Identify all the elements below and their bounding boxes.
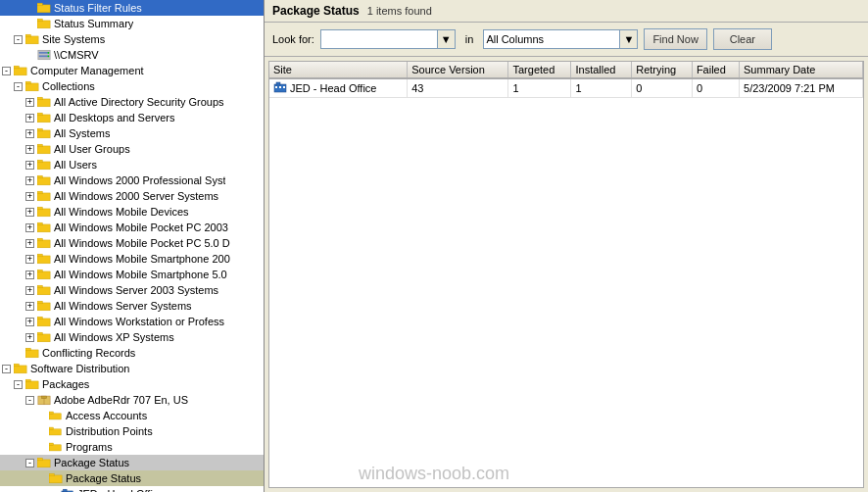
tree-item-conflicting-records[interactable]: Conflicting Records bbox=[0, 345, 264, 361]
collapse-icon[interactable]: - bbox=[2, 67, 11, 75]
table-cell-installed: 1 bbox=[571, 78, 632, 98]
svg-rect-23 bbox=[37, 162, 50, 170]
tree-item-label: All Windows Workstation or Profess bbox=[54, 314, 224, 329]
expand-icon[interactable]: + bbox=[25, 114, 34, 123]
tree-item-win-mobile-pocket-2003[interactable]: + All Windows Mobile Pocket PC 2003 bbox=[0, 220, 264, 235]
folder-icon bbox=[36, 189, 52, 203]
tree-item-adobe-rdr[interactable]: - Adobe AdbeRdr 707 En, US bbox=[0, 392, 264, 408]
tree-item-package-status-highlighted[interactable]: Package Status bbox=[0, 470, 264, 486]
collapse-icon[interactable]: - bbox=[2, 365, 11, 373]
tree-item-win-mobile-smartphone-5[interactable]: + All Windows Mobile Smartphone 5.0 bbox=[0, 267, 264, 282]
table-row[interactable]: JED - Head Office4311005/23/2009 7:21 PM bbox=[269, 78, 863, 98]
svg-rect-12 bbox=[14, 66, 19, 69]
svg-rect-61 bbox=[49, 443, 53, 446]
tree-item-all-systems[interactable]: + All Systems bbox=[0, 125, 264, 141]
tree-item-site-systems[interactable]: - Site Systems bbox=[0, 31, 264, 47]
svg-rect-57 bbox=[49, 412, 53, 415]
expand-icon[interactable]: + bbox=[25, 271, 34, 279]
expand-icon[interactable]: + bbox=[25, 239, 34, 248]
tree-item-jed-head-office[interactable]: JED - Head Office bbox=[0, 486, 264, 492]
search-dropdown-arrow[interactable]: ▼ bbox=[438, 29, 456, 49]
expand-icon[interactable]: + bbox=[25, 129, 34, 138]
svg-rect-38 bbox=[37, 270, 42, 272]
left-panel[interactable]: Status Filter Rules Status Summary- Site… bbox=[0, 0, 265, 492]
results-table-container[interactable]: SiteSource VersionTargetedInstalledRetry… bbox=[268, 61, 864, 488]
table-col-retrying[interactable]: Retrying bbox=[632, 62, 693, 78]
table-col-installed[interactable]: Installed bbox=[571, 62, 632, 78]
expand-icon[interactable]: + bbox=[25, 145, 34, 154]
search-input[interactable] bbox=[320, 29, 438, 49]
expand-icon[interactable]: + bbox=[25, 98, 34, 107]
tree-item-all-user-groups[interactable]: + All User Groups bbox=[0, 141, 264, 157]
table-cell-failed: 0 bbox=[692, 78, 739, 98]
package-icon bbox=[36, 393, 52, 407]
tree-item-all-desktops[interactable]: + All Desktops and Servers bbox=[0, 110, 264, 125]
folder-icon bbox=[36, 126, 52, 140]
collapse-icon[interactable]: - bbox=[25, 459, 34, 467]
svg-rect-27 bbox=[37, 193, 50, 201]
folder-icon bbox=[36, 283, 52, 297]
tree-item-packages[interactable]: - Packages bbox=[0, 376, 264, 392]
expand-icon[interactable]: + bbox=[25, 176, 34, 185]
tree-item-programs[interactable]: Programs bbox=[0, 439, 264, 455]
tree-item-status-filter-rules[interactable]: Status Filter Rules bbox=[0, 0, 264, 16]
tree-item-all-users[interactable]: + All Users bbox=[0, 157, 264, 172]
server-icon bbox=[36, 48, 52, 62]
collapse-icon[interactable]: - bbox=[25, 396, 34, 405]
in-label: in bbox=[465, 33, 474, 45]
tree-item-computer-management[interactable]: - Computer Management bbox=[0, 63, 264, 78]
tree-item-cmsrv[interactable]: \\CMSRV bbox=[0, 47, 264, 63]
find-now-button[interactable]: Find Now bbox=[644, 28, 706, 50]
tree-item-software-distribution[interactable]: - Software Distribution bbox=[0, 361, 264, 376]
expand-icon[interactable]: + bbox=[25, 208, 34, 217]
svg-rect-4 bbox=[25, 36, 38, 44]
collapse-icon[interactable]: - bbox=[14, 380, 23, 389]
tree-item-win-xp[interactable]: + All Windows XP Systems bbox=[0, 329, 264, 345]
column-select-input[interactable] bbox=[483, 29, 620, 49]
svg-rect-46 bbox=[37, 332, 42, 335]
expand-icon[interactable]: + bbox=[25, 255, 34, 264]
svg-rect-64 bbox=[49, 475, 62, 483]
look-for-label: Look for: bbox=[272, 33, 314, 45]
table-col-summary-date[interactable]: Summary Date bbox=[740, 62, 863, 78]
tree-item-win-mobile-smartphone-2[interactable]: + All Windows Mobile Smartphone 200 bbox=[0, 251, 264, 267]
tree-item-access-accounts[interactable]: Access Accounts bbox=[0, 408, 264, 423]
tree-item-collections[interactable]: - Collections bbox=[0, 78, 264, 94]
tree-item-win-workstation[interactable]: + All Windows Workstation or Profess bbox=[0, 314, 264, 329]
clear-button[interactable]: Clear bbox=[713, 28, 772, 50]
tree-item-win-mobile[interactable]: + All Windows Mobile Devices bbox=[0, 204, 264, 220]
folder-icon bbox=[36, 158, 52, 172]
table-col-targeted[interactable]: Targeted bbox=[508, 62, 571, 78]
expand-icon[interactable]: + bbox=[25, 333, 34, 342]
table-col-failed[interactable]: Failed bbox=[692, 62, 739, 78]
expand-icon[interactable]: + bbox=[25, 161, 34, 170]
collapse-icon[interactable]: - bbox=[14, 82, 23, 91]
tree-item-all-active-directory[interactable]: + All Active Directory Security Groups bbox=[0, 94, 264, 110]
tree-item-distribution-points[interactable]: Distribution Points bbox=[0, 423, 264, 439]
tree-item-win-server-systems[interactable]: + All Windows Server Systems bbox=[0, 298, 264, 314]
expand-icon[interactable]: + bbox=[25, 192, 34, 201]
svg-rect-25 bbox=[37, 177, 50, 185]
table-col-source-version[interactable]: Source Version bbox=[408, 62, 508, 78]
tree-item-win-mobile-pocket-5[interactable]: + All Windows Mobile Pocket PC 5.0 D bbox=[0, 235, 264, 251]
table-cell-summary-date: 5/23/2009 7:21 PM bbox=[740, 78, 863, 98]
tree-item-win2000-pro[interactable]: + All Windows 2000 Professional Syst bbox=[0, 172, 264, 188]
expand-icon[interactable]: + bbox=[25, 302, 34, 311]
expand-icon[interactable]: + bbox=[25, 318, 34, 326]
items-found-label: 1 items found bbox=[367, 5, 432, 17]
expand-icon[interactable]: + bbox=[25, 286, 34, 295]
tree-item-win-server-2003[interactable]: + All Windows Server 2003 Systems bbox=[0, 282, 264, 298]
table-cell-source-version: 43 bbox=[408, 78, 508, 98]
tree-item-label: \\CMSRV bbox=[54, 47, 99, 63]
tree-item-win2000-server[interactable]: + All Windows 2000 Server Systems bbox=[0, 188, 264, 204]
panel-header: Package Status 1 items found bbox=[265, 0, 868, 23]
svg-rect-15 bbox=[37, 99, 50, 107]
expand-icon[interactable]: + bbox=[25, 223, 34, 232]
column-dropdown-arrow[interactable]: ▼ bbox=[620, 29, 638, 49]
folder-icon bbox=[24, 346, 40, 360]
collapse-icon[interactable]: - bbox=[14, 35, 23, 44]
tree-item-status-summary[interactable]: Status Summary bbox=[0, 16, 264, 31]
svg-rect-37 bbox=[37, 271, 50, 279]
table-col-site[interactable]: Site bbox=[269, 62, 408, 78]
tree-item-package-status[interactable]: - Package Status bbox=[0, 455, 264, 470]
